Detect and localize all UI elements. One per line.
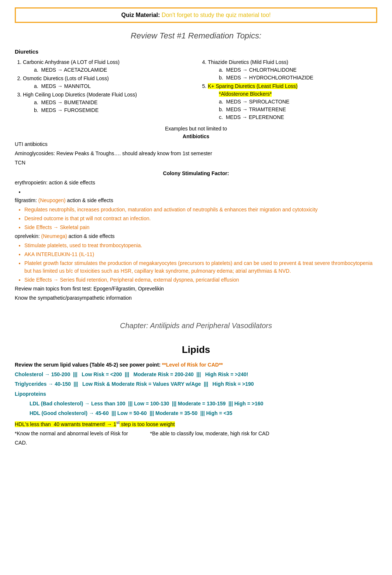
diuretic-item-2: Osmotic Diuretics (Lots of Fluid Loss) a… [23, 75, 192, 90]
cad-risk-label: **Level of Risk for CAD** [162, 362, 223, 368]
diuretics-left-list: Carbonic Anhydrase (A LOT of Fluid Loss)… [15, 58, 192, 114]
hdl-line: HDL (Good cholesterol) → 45-60 ||| Low =… [30, 409, 377, 417]
meds-label: MEDS [41, 107, 56, 113]
meds-label: MEDS [41, 83, 56, 89]
know-notes-row: *Know the normal and abnormal levels of … [15, 430, 377, 439]
drug-spirolactone: SPIROLACTONE [249, 99, 289, 105]
filgrastim-bullet-3: Side Effects → Skeletal pain [24, 224, 377, 231]
diuretics-right-list: Thiazide Diuretics (Mild Fluid Loss) a. … [200, 58, 377, 121]
meds-label: MEDS [41, 67, 56, 73]
lipids-title: Lipids [15, 343, 377, 357]
erythropoietin-label: erythropoietin: action & side effects [15, 179, 377, 187]
filgrastim-label: filgrastim: (Neupogen) action & side eff… [15, 197, 377, 204]
diuretics-right: Thiazide Diuretics (Mild Fluid Loss) a. … [200, 58, 377, 122]
diuretics-left: Carbonic Anhydrase (A LOT of Fluid Loss)… [15, 58, 192, 122]
drug-chlorthalidone: CHLORTHALIDONE [249, 67, 297, 73]
lipids-intro: Review the serum lipid values (Table 45-… [15, 361, 377, 369]
diuretic-3-sub: a. MEDS → BUMETANIDE b. MEDS → FUROSEMID… [23, 99, 192, 114]
oprelvekin-label: oprelvekin: (Neumega) action & side effe… [15, 232, 377, 240]
drug-eplerenone: EPLERENONE [249, 114, 284, 120]
oprelvekin-bullet-1: Stimulate platelets, used to treat throm… [24, 242, 377, 249]
hdl-treatment-highlight-2: step is too loose weight [120, 421, 175, 427]
cad-note: CAD. [15, 439, 377, 447]
meds-label: MEDS [41, 99, 56, 105]
hdl-treatment-highlight: HDL's less than 40 warrants treatment! →… [15, 421, 116, 427]
lipoproteins-heading: Lipoproteins [15, 390, 377, 398]
diuretics-heading: Diuretics [15, 48, 377, 56]
meds-label: MEDS [226, 99, 241, 105]
diuretic-item-3: High Ceiling Loop Diuretics (Moderate Fl… [23, 91, 192, 114]
diuretic-item-5: K+ Sparing Diuretics (Least Fluid Loss) … [208, 82, 377, 121]
drug-mannitol: MANNITOL [64, 83, 91, 89]
quiz-banner: Quiz Material: Don't forget to study the… [15, 7, 377, 23]
know-note-right: *Be able to classify low, moderate, high… [150, 430, 269, 438]
oprelvekin-bullet-4: Side Effects → Series fluid retention, P… [24, 276, 377, 284]
uti-antibiotics: UTI antibiotics [15, 140, 377, 148]
filgrastim-brand: (Neupogen) [38, 197, 66, 203]
meds-label: MEDS [226, 106, 241, 112]
filgrastim-bullet-1: Regulates neutrophils, increases product… [24, 206, 377, 214]
triglycerides-line: Triglycerides → 40-150 ||| Low Risk & Mo… [15, 380, 377, 388]
drug-bumetanide: BUMETANIDE [64, 99, 98, 105]
examples-note: Examples but not limited to Antibiotics [15, 125, 377, 140]
drug-triamterene: TRIAMTERENE [249, 106, 286, 112]
diuretic-5-sub: *Aldosterone Blockers* a. MEDS → SPIROLA… [208, 90, 377, 121]
k-sparing-text: K+ Sparing Diuretics (Least Fluid Loss) [208, 83, 298, 89]
drug-acetazolamide: ACETAZOLAMIDE [64, 67, 107, 73]
colony-heading: Colony Stimulating Factor: [15, 170, 377, 177]
filgrastim-bullet-2: Desired outcome is that pt will not cont… [24, 215, 377, 222]
diuretic-1-sub: a. MEDS → ACETAZOLAMIDE [23, 66, 192, 74]
diuretic-item-1: Carbonic Anhydrase (A LOT of Fluid Loss)… [23, 58, 192, 74]
meds-label: MEDS [226, 67, 241, 73]
diuretic-4-sub: a. MEDS → CHLORTHALIDONE b. MEDS → HYDRO… [208, 66, 377, 82]
oprelvekin-brand: (Neumega) [41, 233, 67, 239]
drug-hctz: HYDROCHLOROTHIAZIDE [249, 75, 313, 81]
superscript-st: st [116, 420, 120, 425]
cholesterol-line: Cholesterol → 150-200 ||| Low Risk = <20… [15, 370, 377, 378]
ldl-line: LDL (Bad cholesterol) → Less than 100 ||… [30, 399, 377, 408]
antibiotics-heading: Antibiotics [183, 133, 209, 139]
oprelvekin-bullet-3: Platelet growth factor stimulates the pr… [24, 259, 377, 275]
review-title: Review Test #1 Remediation Topics: [15, 30, 377, 42]
meds-label: MEDS [226, 114, 241, 120]
diuretics-two-col: Carbonic Anhydrase (A LOT of Fluid Loss)… [15, 58, 377, 122]
diuretic-2-sub: a. MEDS → MANNITOL [23, 82, 192, 90]
know-note-left: *Know the normal and abnormal levels of … [15, 430, 128, 438]
erythropoietin-bullet [24, 188, 377, 196]
hdl-treatment-line: HDL's less than 40 warrants treatment! →… [15, 419, 377, 428]
meds-label: MEDS [226, 75, 241, 81]
diuretic-item-4: Thiazide Diuretics (Mild Fluid Loss) a. … [208, 58, 377, 82]
quiz-banner-bold: Quiz Material: [121, 12, 160, 18]
aminoglycosides-line: Aminoglycosides: Review Peaks & Troughs…… [15, 150, 377, 157]
aldosterone-header: *Aldosterone Blockers* [219, 91, 272, 97]
filgrastim-bullets: Regulates neutrophils, increases product… [15, 206, 377, 231]
chapter-title: Chapter: Antilipids and Peripheral Vasod… [15, 320, 377, 331]
drug-furosemide: FUROSEMIDE [64, 107, 99, 113]
review-note-2: Know the sympathetic/parasympathetic inf… [15, 294, 377, 302]
oprelvekin-bullets: Stimulate platelets, used to treat throm… [15, 242, 377, 284]
tcn-line: TCN [15, 159, 377, 167]
quiz-banner-text: Don't forget to study the quiz material … [160, 12, 271, 18]
oprelvekin-bullet-2: AKA INTERLEUKIN-11 (IL-11) [24, 251, 377, 258]
review-note-1: Review main topics from first test: Epog… [15, 285, 377, 293]
